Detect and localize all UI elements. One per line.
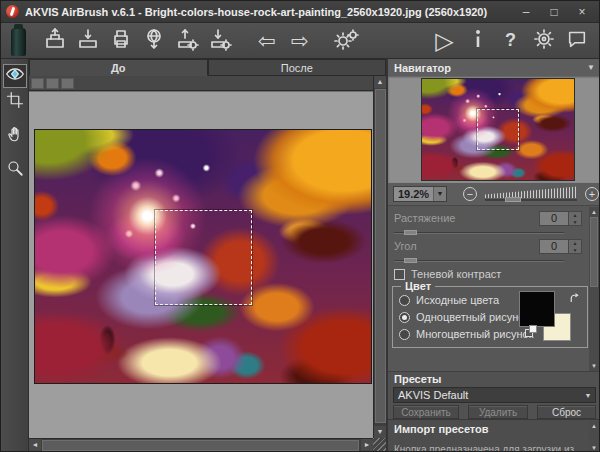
zoom-in-button[interactable]: + bbox=[585, 187, 599, 201]
scroll-right-arrow[interactable]: ► bbox=[361, 439, 373, 451]
preset-selected-value: AKVIS Default bbox=[394, 389, 581, 401]
reset-preset-button[interactable]: Сброс bbox=[537, 405, 596, 419]
scrollbar-thumb[interactable] bbox=[42, 440, 359, 451]
save-image-button[interactable] bbox=[71, 26, 104, 56]
color-group: Цвет Исходные цвета Одноцветный рисунок … bbox=[392, 286, 588, 348]
shadow-contrast-checkbox[interactable] bbox=[394, 269, 405, 280]
tray-down-gear-icon bbox=[208, 27, 232, 55]
quick-preview-tool[interactable] bbox=[3, 64, 27, 88]
view-option-button[interactable] bbox=[31, 78, 44, 89]
right-panel: Навигатор ▼ 19.2% ▼ − + bbox=[386, 59, 600, 452]
scrollbar-thumb[interactable] bbox=[590, 217, 598, 287]
zoom-level-combo[interactable]: 19.2% ▼ bbox=[393, 186, 447, 202]
angle-parameter: Угол 0 ▲ ▼ bbox=[394, 238, 582, 254]
zoom-slider-thumb[interactable] bbox=[505, 197, 521, 202]
radio-monochrome-drawing[interactable]: Одноцветный рисунок bbox=[399, 311, 529, 323]
chevron-down-icon[interactable]: ▼ bbox=[581, 392, 595, 399]
scroll-up-arrow[interactable]: ▲ bbox=[374, 76, 386, 88]
stretch-label: Растяжение bbox=[394, 212, 455, 224]
run-icon: ▷ bbox=[435, 30, 453, 51]
preferences-button[interactable] bbox=[527, 26, 560, 56]
hints-scrollbar[interactable]: ▲ ▼ bbox=[589, 421, 599, 452]
scroll-left-arrow[interactable]: ◄ bbox=[29, 439, 41, 451]
open-icon bbox=[43, 27, 67, 55]
angle-label: Угол bbox=[394, 240, 417, 252]
feedback-button[interactable] bbox=[560, 26, 593, 56]
radio-original-colors[interactable]: Исходные цвета bbox=[399, 294, 499, 306]
eye-diamond-icon bbox=[5, 64, 25, 88]
title-bar: AKVIS AirBrush v.6.1 - Bright-colors-hou… bbox=[1, 1, 600, 23]
info-button[interactable] bbox=[461, 26, 494, 56]
color-swatches bbox=[519, 291, 581, 345]
batch-processing-button[interactable] bbox=[330, 26, 363, 56]
zoom-tool[interactable] bbox=[3, 158, 27, 182]
scrollbar-thumb[interactable] bbox=[375, 89, 386, 423]
run-button[interactable]: ▷ bbox=[428, 26, 461, 56]
airbrush-logo-icon bbox=[11, 28, 26, 56]
radio-icon[interactable] bbox=[399, 329, 410, 340]
preset-select[interactable]: AKVIS Default ▼ bbox=[393, 387, 596, 403]
app-window: AKVIS AirBrush v.6.1 - Bright-colors-hou… bbox=[0, 0, 600, 452]
export-presets-button[interactable] bbox=[170, 26, 203, 56]
undo-button[interactable]: ⇦ bbox=[250, 26, 283, 56]
shadow-contrast-option[interactable]: Теневой контраст bbox=[394, 268, 501, 280]
tray-up-gear-icon bbox=[175, 27, 199, 55]
radio-icon-checked[interactable] bbox=[399, 312, 410, 323]
help-icon: ? bbox=[505, 30, 516, 51]
maximize-button[interactable]: □ bbox=[547, 6, 561, 18]
image-canvas[interactable] bbox=[34, 129, 372, 384]
spin-down-icon: ▼ bbox=[569, 247, 581, 254]
zoom-slider-track bbox=[485, 199, 577, 201]
main-area: До После ▲ ▼ ◄ ► bbox=[1, 59, 600, 452]
scroll-up-arrow[interactable]: ▲ bbox=[589, 207, 599, 217]
stretch-parameter: Растяжение 0 ▲ ▼ bbox=[394, 210, 582, 226]
navigator-thumbnail[interactable] bbox=[421, 78, 575, 181]
image-viewport[interactable] bbox=[29, 91, 373, 438]
foreground-color-swatch[interactable] bbox=[519, 291, 555, 327]
redo-button[interactable]: ⇨ bbox=[283, 26, 316, 56]
redo-arrow-icon: ⇨ bbox=[291, 30, 309, 51]
scroll-down-arrow[interactable]: ▼ bbox=[589, 443, 599, 452]
info-icon bbox=[466, 27, 490, 55]
minimize-button[interactable]: – bbox=[519, 6, 533, 18]
preview-selection-frame[interactable] bbox=[155, 210, 252, 305]
chevron-down-icon[interactable]: ▼ bbox=[433, 187, 446, 201]
swap-colors-icon[interactable] bbox=[569, 291, 581, 309]
speech-bubble-icon bbox=[566, 28, 588, 54]
canvas-area: До После ▲ ▼ ◄ ► bbox=[29, 59, 386, 452]
hand-tool[interactable] bbox=[3, 124, 27, 148]
canvas-vertical-scrollbar[interactable]: ▲ ▼ bbox=[373, 76, 386, 438]
scroll-down-arrow[interactable]: ▼ bbox=[589, 361, 599, 371]
angle-value: 0 bbox=[539, 239, 569, 254]
main-toolbar: ⇦ ⇨ ▷ ? bbox=[1, 23, 600, 59]
print-button[interactable] bbox=[104, 26, 137, 56]
view-option-button[interactable] bbox=[61, 78, 74, 89]
navigator-panel bbox=[388, 76, 600, 183]
zoom-slider[interactable] bbox=[485, 186, 577, 202]
default-colors-icon[interactable] bbox=[525, 325, 539, 339]
resize-grip[interactable] bbox=[373, 438, 386, 451]
angle-spinbox: 0 ▲ ▼ bbox=[539, 239, 582, 254]
hints-panel: Импорт пресетов Кнопка предназначена для… bbox=[388, 419, 600, 452]
tab-after[interactable]: После bbox=[208, 59, 387, 76]
chevron-down-icon[interactable]: ▼ bbox=[587, 63, 595, 72]
close-button[interactable]: × bbox=[575, 6, 589, 18]
import-presets-button[interactable] bbox=[203, 26, 236, 56]
open-image-button[interactable] bbox=[38, 26, 71, 56]
zoom-out-button[interactable]: − bbox=[463, 187, 477, 201]
tab-before[interactable]: До bbox=[29, 59, 208, 76]
window-title: AKVIS AirBrush v.6.1 - Bright-colors-hou… bbox=[25, 6, 487, 18]
radio-icon[interactable] bbox=[399, 295, 410, 306]
share-image-button[interactable] bbox=[137, 26, 170, 56]
crop-tool[interactable] bbox=[3, 90, 27, 114]
help-button[interactable]: ? bbox=[494, 26, 527, 56]
scroll-up-arrow[interactable]: ▲ bbox=[589, 421, 599, 431]
zoom-value: 19.2% bbox=[394, 188, 433, 200]
settings-scrollbar[interactable]: ▲ ▼ bbox=[589, 207, 599, 371]
scroll-down-arrow[interactable]: ▼ bbox=[374, 426, 386, 438]
magnifier-icon bbox=[6, 159, 24, 181]
view-option-button[interactable] bbox=[46, 78, 59, 89]
navigator-frame[interactable] bbox=[477, 109, 519, 150]
radio-multicolor-drawing[interactable]: Многоцветный рисунок bbox=[399, 328, 534, 340]
canvas-horizontal-scrollbar[interactable]: ◄ ► bbox=[29, 438, 373, 451]
